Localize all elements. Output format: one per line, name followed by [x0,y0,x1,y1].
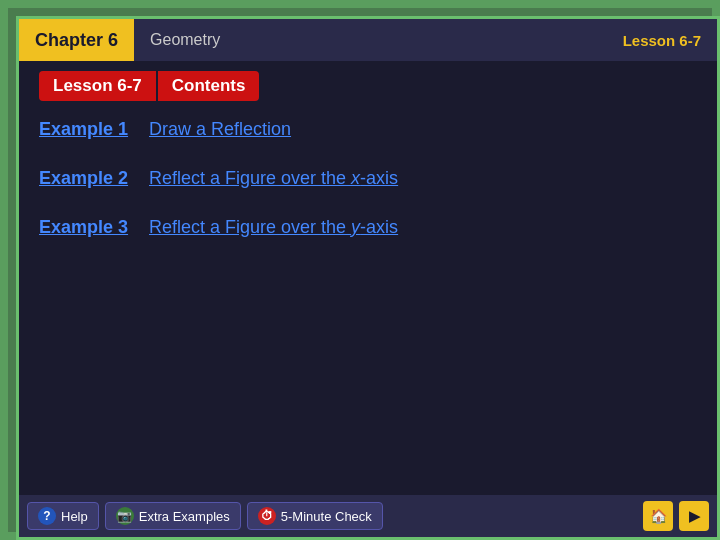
clock-icon: ⏱ [258,507,276,525]
example-1-label[interactable]: Example 1 [39,119,149,140]
five-minute-check-label: 5-Minute Check [281,509,372,524]
example-2-text[interactable]: Reflect a Figure over the x-axis [149,168,398,189]
example-3-label[interactable]: Example 3 [39,217,149,238]
example-row-1: Example 1 Draw a Reflection [39,119,697,140]
geometry-label: Geometry [134,31,623,49]
extra-examples-button[interactable]: 📷 Extra Examples [105,502,241,530]
help-button[interactable]: ? Help [27,502,99,530]
footer-bar: ? Help 📷 Extra Examples ⏱ 5-Minute Check… [19,495,717,537]
content-area: Example 1 Draw a Reflection Example 2 Re… [39,119,697,266]
outer-border: Chapter 6 Geometry Lesson 6-7 Lesson 6-7… [0,0,720,540]
extra-examples-label: Extra Examples [139,509,230,524]
chapter-label: Chapter 6 [19,19,134,61]
contents-badge: Contents [158,71,260,101]
five-minute-check-button[interactable]: ⏱ 5-Minute Check [247,502,383,530]
example-row-2: Example 2 Reflect a Figure over the x-ax… [39,168,697,189]
header-bar: Chapter 6 Geometry Lesson 6-7 [19,19,717,61]
lesson-badge-area: Lesson 6-7 Contents [39,71,259,101]
example-1-text[interactable]: Draw a Reflection [149,119,291,140]
lesson-label: Lesson 6-7 [623,32,717,49]
example-2-label[interactable]: Example 2 [39,168,149,189]
help-label: Help [61,509,88,524]
example-3-text[interactable]: Reflect a Figure over the y-axis [149,217,398,238]
example-row-3: Example 3 Reflect a Figure over the y-ax… [39,217,697,238]
home-button[interactable]: 🏠 [643,501,673,531]
next-button[interactable]: ▶ [679,501,709,531]
question-icon: ? [38,507,56,525]
camera-icon: 📷 [116,507,134,525]
lesson-badge-text: Lesson 6-7 [39,71,156,101]
slide-container: Chapter 6 Geometry Lesson 6-7 Lesson 6-7… [16,16,720,540]
